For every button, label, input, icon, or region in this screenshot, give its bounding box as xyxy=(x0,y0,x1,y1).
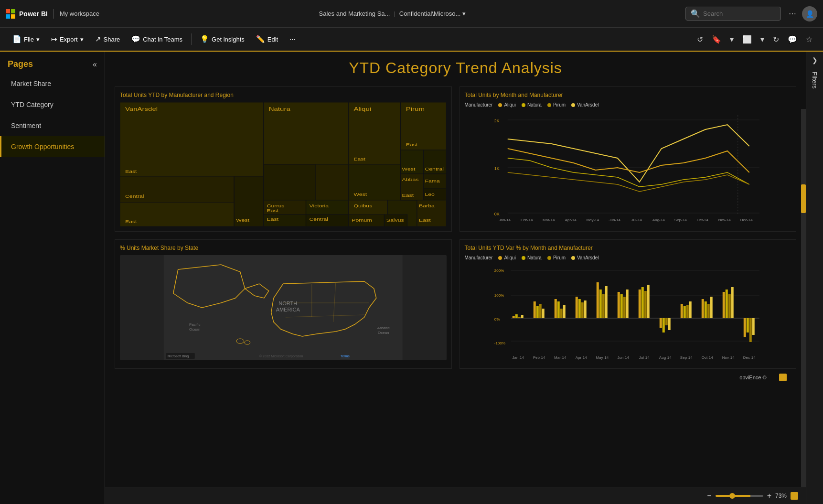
bar-chart-area[interactable]: 200% 100% 0% -100% xyxy=(465,263,791,364)
bar-chart-legend: Manufacturer Aliqui Natura Pirum xyxy=(465,255,791,260)
svg-rect-83 xyxy=(557,301,559,318)
obvi-ence-area: obviEnce © xyxy=(115,369,796,381)
sidebar-header: Pages « xyxy=(0,52,105,73)
svg-rect-114 xyxy=(722,292,725,318)
svg-text:1K: 1K xyxy=(494,166,499,171)
svg-rect-97 xyxy=(626,290,628,318)
svg-text:Central: Central xyxy=(125,194,144,199)
svg-text:Quibus: Quibus xyxy=(353,204,372,208)
svg-rect-92 xyxy=(602,294,604,318)
sidebar-item-growth-opportunities[interactable]: Growth Opportunities xyxy=(0,136,105,157)
sidebar-collapse-button[interactable]: « xyxy=(93,60,97,69)
svg-rect-99 xyxy=(641,287,643,318)
workspace-label[interactable]: My workspace xyxy=(60,10,99,17)
sidebar: Pages « Market Share YTD Category Sentim… xyxy=(0,52,105,504)
treemap-natura3[interactable] xyxy=(264,164,316,200)
svg-text:Oct-14: Oct-14 xyxy=(696,218,708,222)
more-icon: ⋯ xyxy=(289,36,296,43)
toolbar-separator xyxy=(191,33,192,45)
edit-button[interactable]: ✏️ Edit xyxy=(251,32,283,46)
svg-rect-115 xyxy=(725,290,727,318)
undo-button[interactable]: ↺ xyxy=(694,33,706,46)
svg-text:Central: Central xyxy=(425,167,444,172)
frame-chevron-button[interactable]: ▾ xyxy=(758,33,767,46)
svg-text:May-14: May-14 xyxy=(586,218,599,222)
teams-icon: 💬 xyxy=(131,35,140,43)
toolbar-more-button[interactable]: ⋯ xyxy=(285,33,300,45)
svg-text:Aliqui: Aliqui xyxy=(353,106,371,112)
bookmark-button[interactable]: 🔖 xyxy=(709,33,724,46)
svg-text:Nov-14: Nov-14 xyxy=(722,355,734,360)
bar-legend-natura-label: Natura xyxy=(527,255,542,260)
star-button[interactable]: ☆ xyxy=(803,33,815,46)
svg-text:Abbas: Abbas xyxy=(402,177,419,182)
search-box[interactable]: 🔍 xyxy=(685,7,781,21)
svg-rect-82 xyxy=(554,299,556,318)
svg-text:200%: 200% xyxy=(494,268,503,273)
filters-panel: ❯ Filters xyxy=(806,52,823,504)
zoom-slider[interactable] xyxy=(716,495,763,497)
legend-dot-natura xyxy=(522,103,525,107)
user-avatar[interactable]: 👤 xyxy=(802,6,817,21)
line-chart-area[interactable]: 2K 1K 0K xyxy=(465,110,791,225)
legend-aliqui-label: Aliqui xyxy=(504,102,515,107)
chat-teams-button[interactable]: 💬 Chat in Teams xyxy=(127,32,187,46)
map-area[interactable]: NORTH AMERICA Pacific Ocean Atlantic Oce… xyxy=(120,255,447,360)
zoom-minus-button[interactable]: − xyxy=(707,492,711,500)
sidebar-item-market-share[interactable]: Market Share xyxy=(0,73,105,94)
svg-text:East: East xyxy=(419,218,431,223)
svg-text:Oct-14: Oct-14 xyxy=(701,355,713,360)
microsoft-logo[interactable]: Power BI xyxy=(6,9,54,19)
line-vanarsdel xyxy=(507,125,749,182)
bar-legend-pirum: Pirum xyxy=(547,255,566,260)
svg-rect-113 xyxy=(710,297,712,318)
svg-rect-108 xyxy=(686,305,688,318)
zoom-percent: 73% xyxy=(775,493,787,499)
scrollbar-thumb[interactable] xyxy=(801,184,806,213)
more-options-button[interactable]: ⋯ xyxy=(787,7,798,20)
svg-rect-102 xyxy=(659,318,662,328)
svg-text:East: East xyxy=(353,157,365,161)
zoom-plus-button[interactable]: + xyxy=(767,492,771,500)
svg-text:Jul-14: Jul-14 xyxy=(631,218,641,222)
comment-button[interactable]: 💬 xyxy=(785,33,800,46)
legend-pirum: Pirum xyxy=(547,102,566,107)
frame-button[interactable]: ⬜ xyxy=(739,33,755,46)
svg-text:Feb-14: Feb-14 xyxy=(533,355,545,360)
export-button[interactable]: ↦ Export ▾ xyxy=(46,32,88,46)
svg-rect-94 xyxy=(617,292,620,318)
legend-dot-pirum xyxy=(547,103,551,107)
svg-text:Central: Central xyxy=(309,217,328,222)
scrollbar-track[interactable] xyxy=(801,109,806,487)
treemap-vanarsdel[interactable] xyxy=(120,102,264,176)
svg-rect-88 xyxy=(581,302,583,318)
edit-icon: ✏️ xyxy=(256,35,265,43)
zoom-fit-button[interactable] xyxy=(791,492,798,500)
zoom-controls: − + 73% xyxy=(707,492,798,500)
refresh-button[interactable]: ↻ xyxy=(770,33,782,46)
report-title: YTD Category Trend Analysis xyxy=(115,59,796,77)
svg-rect-110 xyxy=(701,299,704,318)
confidential-dropdown[interactable]: Confidential\Microso... ▾ xyxy=(399,10,466,17)
svg-text:West: West xyxy=(236,218,249,223)
svg-text:Ocean: Ocean xyxy=(189,327,201,332)
share-button[interactable]: ↗ Share xyxy=(90,32,125,46)
svg-text:Apr-14: Apr-14 xyxy=(575,355,587,360)
report-canvas: YTD Category Trend Analysis 📌 📋 ☰ ⛶ ⋯ To… xyxy=(105,52,806,504)
treemap-title: Total Units YTD by Manufacturer and Regi… xyxy=(120,92,447,98)
sidebar-item-sentiment[interactable]: Sentiment xyxy=(0,115,105,136)
svg-text:Ocean: Ocean xyxy=(378,331,389,335)
charts-grid: Total Units YTD by Manufacturer and Regi… xyxy=(115,86,796,369)
line-chart-svg: 2K 1K 0K xyxy=(465,110,791,225)
get-insights-button[interactable]: 💡 Get insights xyxy=(195,32,249,46)
filters-collapse-button[interactable]: ❯ xyxy=(812,56,818,64)
svg-text:Dec-14: Dec-14 xyxy=(740,218,752,222)
search-input[interactable] xyxy=(703,10,775,17)
file-button[interactable]: 📄 File ▾ xyxy=(8,32,44,46)
legend-dot-aliqui xyxy=(498,103,502,107)
treemap-area[interactable]: VanArsdel East East Central West xyxy=(120,102,447,226)
bookmark-chevron-button[interactable]: ▾ xyxy=(727,33,737,46)
sidebar-item-ytd-category[interactable]: YTD Category xyxy=(0,94,105,115)
treemap-central[interactable] xyxy=(120,176,234,203)
share-icon: ↗ xyxy=(95,35,101,43)
